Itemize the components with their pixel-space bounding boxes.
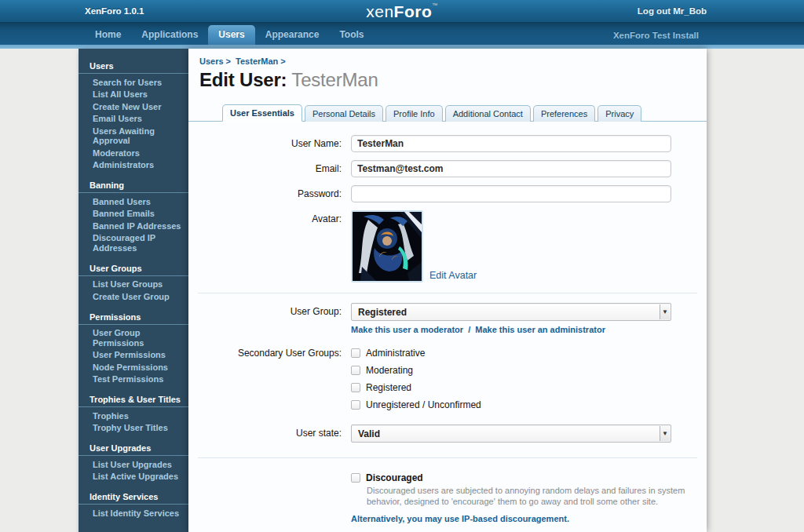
tab-preferences[interactable]: Preferences [533, 105, 595, 122]
make-administrator-link[interactable]: Make this user an administrator [475, 325, 605, 334]
breadcrumb-testerman[interactable]: TesterMan [236, 56, 278, 66]
sidebar-item-trophies[interactable]: Trophies [79, 410, 188, 422]
sidebar-section-title: User Groups [79, 261, 188, 275]
avatar-artwork [353, 212, 422, 281]
sidebar-item-create-new-user[interactable]: Create New User [79, 100, 188, 113]
tab-personal-details[interactable]: Personal Details [305, 105, 383, 122]
tab-additional-contact[interactable]: Additional Contact [445, 105, 531, 122]
sidebar-section-title: User Upgrades [79, 440, 188, 455]
tab-privacy[interactable]: Privacy [598, 105, 641, 122]
sidebar-item-list-user-upgrades[interactable]: List User Upgrades [79, 458, 188, 471]
logo-foro: Foro [394, 2, 433, 20]
email-row: Email: [188, 156, 707, 181]
breadcrumb: Users> TesterMan> [188, 55, 707, 66]
user-group-row: User Group: Registered ▼ Make this user … [188, 293, 707, 338]
sidebar-item-list-identity-services[interactable]: List Identity Services [79, 507, 188, 519]
sidebar-section-title: Identity Services [79, 489, 188, 504]
email-label: Email: [188, 160, 342, 177]
checkbox-moderating[interactable] [351, 366, 360, 375]
secondary-group-option: Moderating [351, 365, 671, 376]
edit-avatar-link[interactable]: Edit Avatar [429, 270, 477, 281]
checkbox-registered[interactable] [351, 383, 360, 392]
nav-tab-appearance[interactable]: Appearance [255, 25, 330, 45]
secondary-group-option: Registered [351, 382, 671, 393]
logo-xen: xen [366, 2, 393, 20]
discouraged-label: Discouraged [366, 472, 423, 483]
checkbox-label: Registered [366, 382, 411, 393]
logout-link[interactable]: Log out Mr_Bob [638, 6, 707, 16]
ip-discouragement-link[interactable]: Alternatively, you may use IP-based disc… [351, 514, 569, 523]
sidebar-section-trophies: Trophies & User Titles Trophies Trophy U… [79, 388, 188, 437]
user-name-row: User Name: [188, 131, 707, 156]
sidebar-item-administrators[interactable]: Administrators [79, 159, 188, 172]
breadcrumb-users[interactable]: Users [199, 56, 224, 66]
sidebar-item-discouraged-ip-addresses[interactable]: Discouraged IP Addresses [79, 232, 188, 254]
password-label: Password: [188, 185, 342, 202]
nav-tab-users[interactable]: Users [208, 25, 254, 45]
nav-tab-applications[interactable]: Applications [131, 25, 208, 45]
user-group-select[interactable]: Registered ▼ [351, 303, 671, 321]
admin-sidebar: Users Search for Users List All Users Cr… [79, 49, 188, 532]
nav-tab-tools[interactable]: Tools [329, 25, 374, 45]
checkbox-label: Administrative [366, 348, 425, 359]
sidebar-item-trophy-user-titles[interactable]: Trophy User Titles [79, 422, 188, 435]
sidebar-item-list-all-users[interactable]: List All Users [79, 89, 188, 101]
sidebar-item-search-for-users[interactable]: Search for Users [79, 76, 188, 89]
user-name-input[interactable] [351, 135, 671, 152]
role-links: Make this user a moderator / Make this u… [351, 321, 671, 334]
nav-tab-home[interactable]: Home [85, 25, 131, 45]
nav-tabs: Home Applications Users Appearance Tools [85, 25, 375, 45]
user-name-label: User Name: [188, 135, 342, 152]
sidebar-item-user-group-permissions[interactable]: User Group Permissions [79, 327, 188, 349]
checkbox-unregistered-unconfirmed[interactable] [351, 400, 360, 410]
breadcrumb-separator: > [280, 56, 285, 66]
sidebar-item-users-awaiting-approval[interactable]: Users Awaiting Approval [79, 125, 188, 147]
sidebar-item-list-active-upgrades[interactable]: List Active Upgrades [79, 471, 188, 483]
user-state-select[interactable]: Valid ▼ [351, 425, 671, 443]
user-state-selected-value: Valid [352, 428, 380, 439]
sidebar-item-banned-ip-addresses[interactable]: Banned IP Addresses [79, 220, 188, 232]
dropdown-arrow-icon: ▼ [660, 426, 670, 441]
page-title: Edit User:TesterMan [188, 66, 707, 99]
discouraged-option: Discouraged [351, 472, 704, 483]
user-edit-tabs: User Essentials Personal Details Profile… [188, 99, 707, 122]
sidebar-section-title: Users [79, 58, 188, 73]
sidebar-item-create-user-group[interactable]: Create User Group [79, 290, 188, 303]
discouraged-description: Discouraged users are subjected to annoy… [351, 483, 689, 507]
secondary-group-option: Administrative [351, 348, 671, 359]
make-moderator-link[interactable]: Make this user a moderator [351, 325, 463, 334]
avatar-row: Avatar: [188, 206, 707, 286]
discouraged-spacer [188, 469, 342, 527]
sidebar-section-title: Banning [79, 177, 188, 192]
discouraged-row: Discouraged Discouraged users are subjec… [188, 458, 707, 530]
sidebar-item-moderators[interactable]: Moderators [79, 147, 188, 159]
checkbox-administrative[interactable] [351, 348, 360, 358]
user-group-selected-value: Registered [352, 307, 407, 318]
main-nav-bar: Home Applications Users Appearance Tools… [0, 23, 804, 45]
user-avatar-image [351, 210, 423, 282]
sidebar-item-node-permissions[interactable]: Node Permissions [79, 361, 188, 373]
sidebar-item-banned-emails[interactable]: Banned Emails [79, 208, 188, 220]
sidebar-section-users: Users Search for Users List All Users Cr… [79, 55, 188, 174]
password-row: Password: [188, 181, 707, 206]
tab-user-essentials[interactable]: User Essentials [222, 104, 302, 122]
checkbox-discouraged[interactable] [351, 473, 360, 483]
install-name-link[interactable]: XenForo Test Install [613, 31, 699, 40]
sidebar-item-user-permissions[interactable]: User Permissions [79, 349, 188, 362]
user-essentials-form: User Name: Email: Password: Avatar: [188, 122, 707, 532]
sidebar-item-banned-users[interactable]: Banned Users [79, 195, 188, 208]
email-input[interactable] [351, 160, 671, 177]
tab-profile-info[interactable]: Profile Info [386, 105, 443, 122]
sidebar-item-email-users[interactable]: Email Users [79, 113, 188, 126]
sidebar-section-banning: Banning Banned Users Banned Emails Banne… [79, 174, 188, 257]
password-input[interactable] [351, 185, 671, 202]
checkbox-label: Moderating [366, 365, 413, 376]
page-title-username: TesterMan [291, 69, 378, 90]
sidebar-section-title: Trophies & User Titles [79, 392, 188, 406]
sidebar-item-list-user-groups[interactable]: List User Groups [79, 279, 188, 291]
breadcrumb-separator: > [226, 56, 231, 66]
sidebar-section-user-upgrades: User Upgrades List User Upgrades List Ac… [79, 437, 188, 486]
logo-trademark: ™ [432, 2, 438, 8]
secondary-group-option: Unregistered / Unconfirmed [351, 399, 671, 410]
sidebar-item-test-permissions[interactable]: Test Permissions [79, 373, 188, 386]
